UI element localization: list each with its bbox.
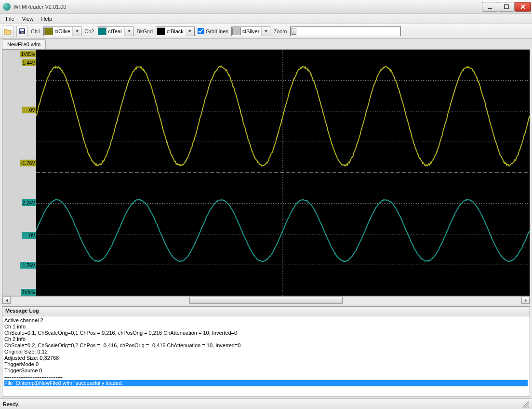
- svg-rect-3: [20, 29, 24, 31]
- zoom-slider-thumb[interactable]: [292, 28, 296, 35]
- maximize-button[interactable]: [498, 2, 515, 12]
- menu-bar: File View Help: [0, 14, 532, 24]
- ch1-label: Ch1: [31, 28, 40, 34]
- log-line[interactable]: Adjusted Size: 0,32768: [4, 355, 528, 361]
- ch2-zero-label: 0V: [22, 232, 36, 239]
- gridlines-check-input[interactable]: [198, 28, 204, 34]
- close-button[interactable]: [515, 2, 531, 12]
- svg-rect-1: [505, 5, 508, 9]
- ch1-color-text: clOlive: [53, 28, 72, 34]
- log-line[interactable]: TriggerMode 0: [4, 361, 528, 368]
- message-log-body[interactable]: Active channel 2Ch 1 infoChScale=0,1, Ch…: [2, 316, 530, 396]
- message-log-title: Message Log: [2, 307, 530, 316]
- bkgnd-color-select[interactable]: clBlack: [156, 27, 195, 36]
- scrollbar-track[interactable]: [11, 297, 521, 304]
- svg-rect-4: [21, 32, 24, 34]
- chevron-down-icon[interactable]: [72, 27, 81, 36]
- open-button[interactable]: [2, 26, 13, 37]
- chevron-down-icon[interactable]: [261, 27, 270, 36]
- log-line[interactable]: ChScale=0,2, ChScaleOrig=0,2 ChPos = -0,…: [4, 342, 528, 349]
- menu-view[interactable]: View: [18, 14, 38, 24]
- message-log-panel: Message Log Active channel 2Ch 1 infoChS…: [2, 306, 530, 396]
- scroll-left-button[interactable]: [2, 297, 11, 304]
- bkgnd-color-text: clBlack: [166, 28, 186, 34]
- ch2-scale-label: 2V/div: [21, 289, 36, 296]
- ch2-swatch-icon: [98, 27, 106, 35]
- ch1-zero-label: 0V: [22, 107, 36, 113]
- status-text: Ready.: [3, 401, 19, 407]
- ch1-scale-label: 1V/Div: [20, 51, 36, 57]
- gridlines-color-select[interactable]: clSilver: [231, 27, 270, 36]
- scroll-right-button[interactable]: [521, 297, 530, 304]
- log-line[interactable]: Active channel 2: [4, 317, 528, 324]
- toolbar: Ch1 clOlive Ch2 clTeal BkGnd clBlack Gri…: [0, 24, 532, 39]
- chevron-down-icon[interactable]: [124, 27, 133, 36]
- svg-rect-0: [488, 8, 492, 9]
- minimize-button[interactable]: [482, 2, 498, 12]
- chevron-down-icon[interactable]: [186, 27, 194, 36]
- tabs-bar: NewFile0.wfm: [0, 39, 532, 49]
- app-icon: [3, 3, 11, 11]
- bkgnd-swatch-icon: [157, 27, 165, 35]
- gridlines-checkbox[interactable]: GridLines: [198, 28, 228, 34]
- log-line[interactable]: Original Size: 0,12: [4, 349, 528, 355]
- waveform-plot[interactable]: [36, 50, 530, 296]
- size-grip-icon[interactable]: [522, 401, 529, 408]
- log-line[interactable]: ---------------------------------: [4, 374, 528, 380]
- zoom-label: Zoom: [273, 28, 287, 34]
- ch2-max-label: 2.24V: [22, 199, 36, 206]
- ch1-min-label: -1.76V: [20, 160, 36, 166]
- ch2-min-label: -1.76V: [20, 262, 36, 269]
- title-bar: WFMReader V2.01.00: [0, 0, 532, 14]
- ch2-color-text: clTeal: [107, 28, 124, 34]
- horizontal-scrollbar[interactable]: [2, 296, 530, 304]
- ch2-label: Ch2: [84, 28, 94, 34]
- y-axis-gutter: 1V/Div 1.44V 0V -1.76V 2.24V 0V -1.76V 2…: [2, 50, 36, 296]
- menu-file[interactable]: File: [2, 14, 18, 24]
- ch1-color-select[interactable]: clOlive: [43, 27, 81, 36]
- log-line[interactable]: Ch 1 info: [4, 324, 528, 330]
- log-line[interactable]: File `D:\temp1\NewFile0.wfm` successfull…: [4, 380, 528, 386]
- zoom-slider[interactable]: [290, 27, 401, 36]
- bkgnd-label: BkGnd: [136, 28, 153, 34]
- log-line[interactable]: TriggerSource 0: [4, 368, 528, 374]
- ch2-color-select[interactable]: clTeal: [97, 27, 133, 36]
- status-bar: Ready.: [0, 398, 532, 409]
- save-button[interactable]: [16, 26, 28, 37]
- scrollbar-thumb[interactable]: [189, 297, 343, 304]
- log-line[interactable]: Ch 2 info: [4, 336, 528, 342]
- gridlines-label: GridLines: [206, 28, 228, 34]
- waveform-area: 1V/Div 1.44V 0V -1.76V 2.24V 0V -1.76V 2…: [2, 49, 530, 296]
- menu-help[interactable]: Help: [37, 14, 56, 24]
- log-line[interactable]: ChScale=0,1, ChScaleOrig=0,1 ChPos = 0,2…: [4, 330, 528, 336]
- window-title: WFMReader V2.01.00: [13, 4, 66, 10]
- ch1-swatch-icon: [44, 27, 53, 35]
- gridlines-swatch-icon: [232, 27, 241, 35]
- gridlines-color-text: clSilver: [241, 28, 261, 34]
- ch1-max-label: 1.44V: [22, 59, 36, 66]
- tab-file[interactable]: NewFile0.wfm: [2, 39, 46, 49]
